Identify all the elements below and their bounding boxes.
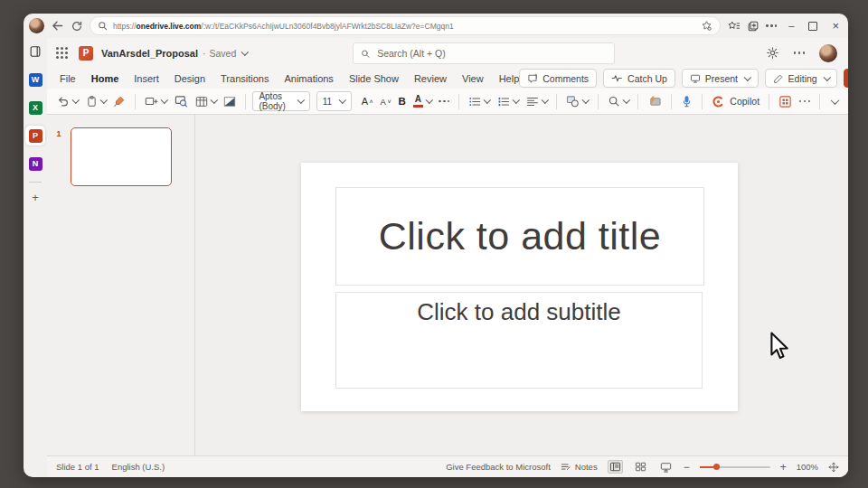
search-box[interactable] bbox=[353, 42, 615, 64]
slide-count-label[interactable]: Slide 1 of 1 bbox=[56, 462, 99, 472]
sidebar-item-powerpoint[interactable]: P bbox=[25, 126, 45, 145]
format-painter-icon bbox=[113, 95, 126, 108]
back-button[interactable] bbox=[51, 19, 64, 33]
zoom-slider-knob[interactable] bbox=[713, 464, 720, 470]
browser-profile-avatar[interactable] bbox=[29, 18, 44, 33]
rail-divider bbox=[29, 182, 42, 183]
sidebar-item-onenote[interactable]: N bbox=[25, 154, 45, 174]
tab-animations[interactable]: Animations bbox=[284, 73, 333, 84]
notes-toggle[interactable]: Notes bbox=[561, 462, 598, 472]
maximize-button[interactable] bbox=[808, 22, 817, 31]
bullets-button[interactable] bbox=[466, 91, 493, 111]
find-button[interactable] bbox=[605, 91, 632, 111]
dictate-button[interactable] bbox=[678, 91, 695, 111]
slideshow-view-button[interactable] bbox=[658, 460, 674, 474]
format-painter-button[interactable] bbox=[110, 91, 128, 111]
tab-view[interactable]: View bbox=[462, 73, 484, 84]
zoom-slider[interactable] bbox=[700, 466, 770, 468]
zoom-in-button[interactable]: + bbox=[780, 462, 787, 473]
tab-design[interactable]: Design bbox=[175, 73, 205, 84]
font-size-select[interactable]: 11 bbox=[316, 91, 352, 111]
excel-icon: X bbox=[29, 101, 42, 115]
zoom-level-label[interactable]: 100% bbox=[797, 462, 818, 472]
normal-view-icon bbox=[609, 462, 621, 472]
language-label[interactable]: English (U.S.) bbox=[112, 462, 165, 472]
browser-window: https://onedrive.live.com/:w:/t/EaCKkPs6… bbox=[24, 14, 848, 477]
copilot-icon bbox=[712, 95, 725, 108]
numbering-button[interactable] bbox=[495, 91, 522, 111]
picture-button[interactable] bbox=[221, 91, 239, 111]
app-launcher-icon[interactable] bbox=[56, 47, 68, 59]
slide-canvas[interactable]: Click to add title Click to add subtitle bbox=[301, 163, 738, 411]
new-slide-button[interactable] bbox=[142, 91, 170, 111]
chevron-down-icon bbox=[339, 97, 346, 104]
slideshow-quick-button[interactable] bbox=[645, 91, 665, 111]
screen-lightning-icon bbox=[647, 95, 662, 108]
m365-header: P VanArsdel_Proposal · Saved bbox=[47, 38, 848, 68]
ellipsis-icon bbox=[439, 100, 449, 102]
tab-file[interactable]: File bbox=[60, 73, 76, 84]
fit-slide-button[interactable] bbox=[828, 462, 839, 473]
chevron-down-icon bbox=[161, 97, 168, 104]
document-title[interactable]: VanArsdel_Proposal bbox=[101, 48, 198, 59]
minimize-button[interactable]: – bbox=[788, 21, 794, 31]
sidebar-item-word[interactable]: W bbox=[25, 70, 45, 89]
address-bar[interactable]: https://onedrive.live.com/:w:/t/EaCKkPs6… bbox=[90, 16, 721, 35]
tab-transitions[interactable]: Transitions bbox=[221, 73, 269, 84]
journal-icon bbox=[29, 45, 42, 58]
chevron-down-icon bbox=[211, 97, 218, 104]
present-button[interactable]: Present bbox=[682, 69, 759, 88]
search-input[interactable] bbox=[375, 47, 607, 60]
account-avatar[interactable] bbox=[819, 44, 837, 62]
favorites-button[interactable] bbox=[727, 20, 741, 33]
catch-up-button[interactable]: Catch Up bbox=[603, 69, 675, 88]
undo-button[interactable] bbox=[54, 91, 81, 111]
paste-button[interactable] bbox=[83, 91, 109, 111]
more-commands-button[interactable] bbox=[797, 91, 813, 111]
chevron-down-icon bbox=[582, 97, 590, 104]
grow-font-button[interactable]: A˄ bbox=[359, 91, 376, 111]
designer-button[interactable] bbox=[776, 91, 795, 111]
tab-slide-show[interactable]: Slide Show bbox=[349, 73, 399, 84]
sidebar-item-excel[interactable]: X bbox=[25, 98, 45, 117]
font-name-select[interactable]: Aptos (Body) bbox=[252, 91, 309, 111]
powerpoint-logo-icon[interactable]: P bbox=[79, 46, 93, 61]
status-bar: Slide 1 of 1 English (U.S.) Give Feedbac… bbox=[47, 455, 848, 477]
comments-button[interactable]: Comments bbox=[519, 69, 597, 88]
bookmark-star-icon[interactable] bbox=[701, 20, 712, 32]
tab-insert[interactable]: Insert bbox=[134, 73, 159, 84]
shrink-font-button[interactable]: A˅ bbox=[378, 91, 394, 111]
reuse-slides-button[interactable] bbox=[172, 91, 191, 111]
settings-gear-icon[interactable] bbox=[766, 46, 779, 60]
share-button[interactable]: Share bbox=[844, 69, 848, 88]
zoom-out-button[interactable]: − bbox=[684, 462, 690, 473]
header-more-button[interactable] bbox=[794, 52, 805, 53]
close-button[interactable]: × bbox=[832, 20, 839, 32]
tab-review[interactable]: Review bbox=[414, 73, 447, 84]
more-font-options-button[interactable] bbox=[436, 91, 452, 111]
browser-more-button[interactable] bbox=[766, 24, 777, 26]
slide-sorter-view-button[interactable] bbox=[633, 460, 648, 474]
align-button[interactable] bbox=[524, 91, 551, 111]
collapse-ribbon-button[interactable] bbox=[826, 91, 841, 111]
table-button[interactable] bbox=[193, 91, 220, 111]
chevron-down-icon bbox=[744, 73, 751, 80]
collections-button[interactable] bbox=[747, 20, 760, 33]
font-color-button[interactable]: A bbox=[410, 91, 435, 111]
copilot-button[interactable]: Copilot bbox=[709, 91, 762, 111]
bold-button[interactable]: B bbox=[396, 91, 409, 111]
title-placeholder[interactable]: Click to add title bbox=[335, 187, 704, 286]
shapes-button[interactable] bbox=[563, 91, 591, 111]
save-status[interactable]: · Saved bbox=[203, 48, 248, 59]
slide-1-thumbnail[interactable] bbox=[71, 127, 172, 186]
feedback-link[interactable]: Give Feedback to Microsoft bbox=[446, 462, 551, 472]
subtitle-placeholder[interactable]: Click to add subtitle bbox=[335, 292, 703, 389]
sidebar-toggle-button[interactable] bbox=[25, 42, 45, 61]
tab-help[interactable]: Help bbox=[499, 73, 520, 84]
editing-mode-button[interactable]: Editing bbox=[765, 69, 838, 88]
slide-canvas-area[interactable]: Click to add title Click to add subtitle bbox=[195, 115, 848, 455]
tab-home[interactable]: Home bbox=[91, 73, 119, 84]
normal-view-button[interactable] bbox=[608, 460, 623, 474]
refresh-button[interactable] bbox=[71, 20, 83, 33]
add-app-button[interactable]: + bbox=[32, 191, 39, 204]
